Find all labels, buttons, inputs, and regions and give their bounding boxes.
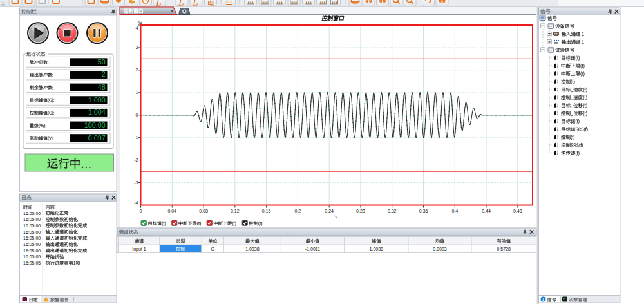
svg-text:0.0003: 0.0003: [433, 247, 447, 251]
svg-text:16:05:05: 16:05:05: [23, 254, 41, 259]
svg-text:0.28: 0.28: [356, 209, 365, 213]
svg-text:2: 2: [102, 70, 106, 78]
svg-text:3: 3: [136, 45, 138, 50]
svg-text:0.4: 0.4: [451, 209, 458, 213]
svg-text:16:05:00: 16:05:00: [23, 230, 41, 234]
svg-text:0.44: 0.44: [482, 209, 491, 213]
svg-text:0.24: 0.24: [325, 209, 334, 213]
svg-text:100.00: 100.00: [84, 121, 106, 129]
svg-text:1.0038: 1.0038: [370, 247, 384, 251]
svg-text:s: s: [335, 214, 337, 219]
svg-text:0.097: 0.097: [88, 134, 106, 142]
svg-text:0: 0: [136, 113, 138, 117]
svg-text:0.36: 0.36: [419, 209, 428, 213]
svg-text:2: 2: [136, 68, 138, 72]
svg-text:0.12: 0.12: [231, 209, 240, 213]
svg-text:16:05:00: 16:05:00: [23, 242, 41, 247]
svg-text:-1: -1: [134, 135, 138, 140]
svg-text:16:05:00: 16:05:00: [23, 217, 41, 222]
svg-text:-4: -4: [134, 200, 138, 205]
svg-text:0.32: 0.32: [388, 209, 397, 213]
svg-text:16:05:00: 16:05:00: [23, 223, 41, 228]
svg-text:48: 48: [98, 83, 106, 91]
svg-text:0.04: 0.04: [167, 209, 176, 213]
svg-text:16:05:00: 16:05:00: [23, 211, 41, 216]
svg-text:0.48: 0.48: [513, 209, 522, 213]
svg-text:0.16: 0.16: [262, 209, 271, 213]
svg-text:0.08: 0.08: [199, 209, 208, 213]
svg-text:1: 1: [136, 90, 138, 95]
svg-text:Input 1: Input 1: [132, 247, 146, 252]
svg-text:16:05:05: 16:05:05: [23, 261, 41, 265]
svg-text:4: 4: [136, 26, 138, 30]
svg-text:1.0038: 1.0038: [245, 247, 260, 251]
svg-text:1.000: 1.000: [88, 96, 106, 104]
svg-text:0.5728: 0.5728: [497, 247, 511, 251]
svg-text:0: 0: [140, 209, 142, 213]
svg-text:-1.0011: -1.0011: [305, 247, 320, 251]
svg-text:i: i: [543, 297, 544, 301]
svg-text:50: 50: [98, 58, 106, 66]
svg-text:1.004: 1.004: [88, 108, 106, 116]
svg-text:-2: -2: [134, 158, 138, 162]
svg-text:16:05:00: 16:05:00: [23, 249, 41, 253]
svg-text:G: G: [138, 19, 142, 25]
svg-text:16:05:00: 16:05:00: [23, 236, 41, 240]
svg-text:G: G: [211, 247, 214, 251]
svg-text:0.2: 0.2: [295, 209, 301, 213]
svg-text:-3: -3: [134, 180, 138, 185]
